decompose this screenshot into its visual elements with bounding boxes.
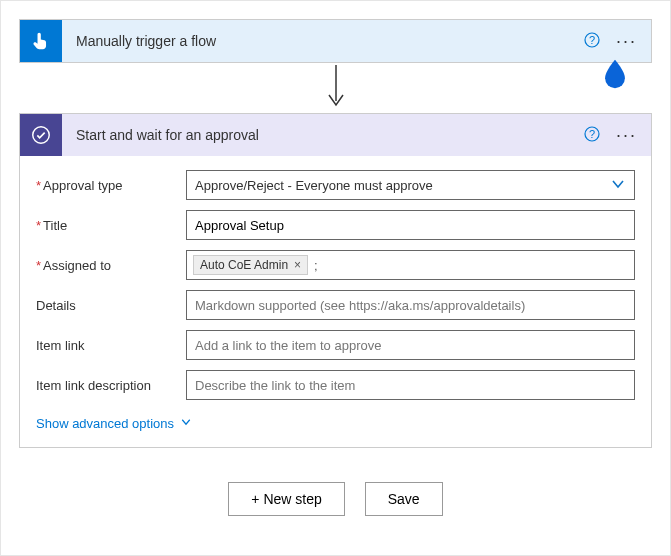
svg-text:?: ? <box>589 34 595 46</box>
label-details: Details <box>36 298 186 313</box>
row-item-link: Item link <box>36 330 635 360</box>
help-icon[interactable]: ? <box>584 32 600 51</box>
row-assigned-to: *Assigned to Auto CoE Admin × ; <box>36 250 635 280</box>
approvals-icon <box>20 114 62 156</box>
row-title: *Title <box>36 210 635 240</box>
label-approval-type: *Approval type <box>36 178 186 193</box>
trigger-header-actions: ? ··· <box>584 32 651 51</box>
chip-separator: ; <box>314 258 318 273</box>
row-details: Details <box>36 290 635 320</box>
show-advanced-options-link[interactable]: Show advanced options <box>36 416 192 431</box>
row-item-link-desc: Item link description <box>36 370 635 400</box>
new-step-button[interactable]: + New step <box>228 482 344 516</box>
advanced-link-label: Show advanced options <box>36 416 174 431</box>
flow-designer-canvas: Manually trigger a flow ? ··· Start and … <box>0 0 671 556</box>
chip-label: Auto CoE Admin <box>200 258 288 272</box>
row-approval-type: *Approval type Approve/Reject - Everyone… <box>36 170 635 200</box>
connector-arrow <box>19 63 652 113</box>
remove-chip-icon[interactable]: × <box>294 258 301 272</box>
approval-type-value: Approve/Reject - Everyone must approve <box>195 178 433 193</box>
trigger-title: Manually trigger a flow <box>76 33 584 49</box>
item-link-input[interactable] <box>186 330 635 360</box>
svg-point-3 <box>33 127 50 144</box>
assigned-to-input[interactable]: Auto CoE Admin × ; <box>186 250 635 280</box>
more-menu-icon[interactable]: ··· <box>616 126 637 144</box>
chevron-down-icon <box>180 416 192 431</box>
more-menu-icon[interactable]: ··· <box>616 32 637 50</box>
manual-trigger-icon <box>20 20 62 62</box>
label-item-link: Item link <box>36 338 186 353</box>
chevron-down-icon <box>610 176 626 195</box>
person-chip[interactable]: Auto CoE Admin × <box>193 255 308 275</box>
help-icon[interactable]: ? <box>584 126 600 145</box>
save-button[interactable]: Save <box>365 482 443 516</box>
action-header[interactable]: Start and wait for an approval ? ··· <box>20 114 651 156</box>
callout-water-drop-icon <box>598 57 632 94</box>
label-title: *Title <box>36 218 186 233</box>
trigger-card[interactable]: Manually trigger a flow ? ··· <box>19 19 652 63</box>
label-assigned-to: *Assigned to <box>36 258 186 273</box>
action-title: Start and wait for an approval <box>76 127 584 143</box>
item-link-desc-input[interactable] <box>186 370 635 400</box>
label-item-link-desc: Item link description <box>36 378 186 393</box>
action-body: *Approval type Approve/Reject - Everyone… <box>20 156 651 447</box>
approval-type-select[interactable]: Approve/Reject - Everyone must approve <box>186 170 635 200</box>
trigger-header[interactable]: Manually trigger a flow ? ··· <box>20 20 651 62</box>
title-input[interactable] <box>186 210 635 240</box>
footer-actions: + New step Save <box>19 482 652 516</box>
approval-action-card[interactable]: Start and wait for an approval ? ··· *Ap… <box>19 113 652 448</box>
svg-text:?: ? <box>589 128 595 140</box>
action-header-actions: ? ··· <box>584 126 651 145</box>
details-input[interactable] <box>186 290 635 320</box>
